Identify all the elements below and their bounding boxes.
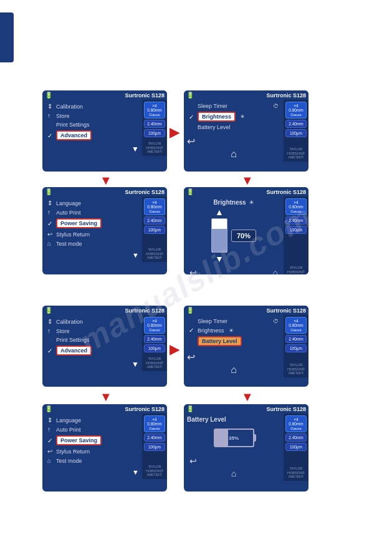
panel-header-tr1: 🔋 Surtronic S128	[184, 90, 308, 100]
icon-check-advanced-bl1: ✓	[47, 347, 54, 354]
label-stylus-return: Stylus Return	[56, 231, 90, 238]
menu-item-auto-print-bl2[interactable]: ↑ Auto Print	[45, 425, 139, 434]
menu-item-calibration[interactable]: ⇕ Calibration	[45, 102, 139, 111]
toolbar-logo-tr1: TAYLORHOBSON®AMETEK®	[287, 147, 305, 160]
menu-item-test-mode-bl2[interactable]: ⌂ Test mode	[45, 456, 139, 465]
icon-clock-br1: ⏱	[273, 318, 279, 324]
icon-home-br: ⌂	[273, 268, 278, 274]
panel-header-battery-icon-tl2: 🔋	[45, 188, 52, 195]
arrow-down-left-bottom: ▼	[100, 390, 112, 404]
menu-item-store-bl1[interactable]: ↑ Store	[45, 326, 139, 336]
brightness-down-btn[interactable]: ▼	[215, 254, 224, 264]
battery-level-title: Battery Level	[187, 416, 226, 423]
toolbar-item-gauss-bl1: ×4 0.80mmGauss	[144, 317, 165, 334]
icon-check-ps-bl2: ✓	[47, 437, 54, 444]
icon-home-battery: ⌂	[231, 468, 236, 478]
label-advanced-highlighted-bl1: Advanced	[56, 346, 92, 356]
label-sleep-timer-br1: Sleep Timer	[198, 318, 227, 324]
menu-item-calibration-bl1[interactable]: ⇕ Calibration	[45, 317, 139, 326]
label-test-mode: Test mode	[56, 241, 82, 247]
icon-check-brightness-br1: ✓	[189, 327, 195, 334]
label-power-saving-highlighted-bl2: Power Saving	[56, 435, 102, 445]
arrow-right-bottom-1: ▶	[170, 342, 179, 357]
label-battery-level-highlighted: Battery Level	[198, 336, 242, 346]
menu-item-stylus-return[interactable]: ↩ Stylus Return	[45, 230, 139, 239]
icon-sun: ☀	[240, 114, 245, 120]
toolbar-logo-tl2: TAYLORHOBSON®AMETEK®	[146, 248, 163, 260]
menu-item-print-settings[interactable]: Print Settings	[45, 120, 139, 129]
icon-arrow-up-bl1: ↑	[47, 327, 54, 334]
panel-title-br1: Surtronic S128	[266, 308, 306, 314]
panel-header-tl1: 🔋 Surtronic S128	[42, 90, 167, 100]
icon-back-br: ↩	[189, 268, 197, 274]
icon-sun-br1: ☀	[229, 327, 234, 334]
menu-item-test-mode[interactable]: ⌂ Test mode	[45, 239, 139, 248]
label-brightness-br1: Brightness	[198, 327, 224, 334]
toolbar-logo-tl1: TAYLORHOBSON®AMETEK®	[146, 142, 163, 154]
menu-item-store[interactable]: ↑ Store	[45, 111, 139, 120]
icon-home-tm: ⌂	[47, 240, 54, 247]
toolbar-item-100um-tl2: 100μm	[144, 226, 165, 234]
label-auto-print: Auto Print	[56, 210, 81, 216]
menu-item-battery-level-tr1[interactable]: Battery Level	[187, 123, 280, 132]
panel-header-tl2: 🔋 Surtronic S128	[42, 187, 167, 196]
icon-check-brightness: ✓	[189, 114, 195, 120]
toolbar-logo-bl1: TAYLORHOBSON®AMETEK®	[146, 357, 163, 369]
toolbar-item-100um-br1-s: 100μm	[285, 344, 307, 352]
toolbar-logo-bl2: TAYLORHOBSON®AMETEK®	[146, 465, 163, 477]
panel-top-left-1: 🔋 Surtronic S128 ⇕ Calibration ↑ Store P…	[42, 90, 167, 172]
icon-arrow-up: ↑	[47, 112, 54, 119]
panel-title-bl2: Surtronic S128	[125, 406, 165, 412]
brightness-header-row: Brightness ☀	[213, 199, 254, 206]
label-battery-level-tr1: Battery Level	[198, 124, 231, 130]
menu-item-power-saving-bl2[interactable]: ✓ Power Saving	[45, 434, 139, 447]
panel-title-battery-panel: Surtronic S128	[266, 406, 306, 412]
toolbar-item-100um: 100μm	[144, 129, 165, 137]
icon-back-arrow-tr1: ↩	[187, 136, 195, 147]
panel-header-battery-icon: 🔋	[45, 92, 52, 99]
icon-arrow-updown-lang: ⇕	[47, 200, 54, 206]
panel-bottom-left-2: 🔋 Surtronic S128 ⇕ Language ↑ Auto Print…	[42, 404, 167, 492]
menu-item-brightness-tr1[interactable]: ✓ Brightness ☀	[187, 110, 280, 123]
label-stylus-return-bl2: Stylus Return	[56, 448, 90, 455]
icon-check-ps: ✓	[47, 220, 54, 227]
toolbar-item-gauss-tl2: ×4 0.80mmGauss	[144, 198, 165, 215]
brightness-fill	[212, 229, 227, 252]
label-auto-print-bl2: Auto Print	[56, 427, 81, 433]
menu-item-language[interactable]: ⇕ Language	[45, 198, 139, 208]
icon-scroll-down-bl2: ▼	[132, 468, 139, 476]
menu-item-sleep-timer[interactable]: Sleep Timer ⏱	[187, 102, 280, 110]
panel-title-brightness: Surtronic S128	[266, 189, 306, 195]
menu-item-advanced[interactable]: ✓ Advanced	[45, 129, 139, 142]
menu-item-brightness-br1[interactable]: ✓ Brightness ☀	[187, 326, 280, 335]
toolbar-item-gauss-bl2: ×4 0.80mmGauss	[144, 415, 165, 432]
label-test-mode-bl2: Test mode	[56, 458, 82, 464]
panel-header-battery-panel: 🔋 Surtronic S128	[184, 404, 308, 414]
panel-header-battery-icon-tr1: 🔋	[186, 92, 194, 99]
panel-title-tl1: Surtronic S128	[125, 92, 165, 99]
label-calibration: Calibration	[56, 104, 83, 110]
menu-item-sleep-timer-br1[interactable]: Sleep Timer ⏱	[187, 317, 280, 326]
icon-back-battery: ↩	[189, 456, 197, 466]
panel-header-battery-icon-bl1: 🔋	[45, 307, 52, 314]
battery-tip	[254, 434, 256, 442]
panel-header-bl1: 🔋 Surtronic S128	[42, 306, 167, 315]
brightness-value-display: 70%	[231, 230, 256, 242]
label-language: Language	[56, 200, 81, 206]
icon-clock: ⏱	[273, 103, 279, 109]
brightness-up-btn[interactable]: ▲	[215, 207, 224, 217]
menu-item-advanced-bl1[interactable]: ✓ Advanced	[45, 344, 139, 357]
panel-bottom-right-1: 🔋 Surtronic S128 Sleep Timer ⏱ ✓ Brightn…	[184, 306, 308, 387]
menu-item-power-saving[interactable]: ✓ Power Saving	[45, 217, 139, 230]
panel-header-battery-icon-br1: 🔋	[186, 307, 194, 314]
toolbar-logo-batt: TAYLORHOBSON®AMETEK®	[287, 467, 305, 479]
menu-item-auto-print[interactable]: ↑ Auto Print	[45, 208, 139, 217]
menu-item-stylus-return-bl2[interactable]: ↩ Stylus Return	[45, 447, 139, 456]
menu-item-language-bl2[interactable]: ⇕ Language	[45, 415, 139, 425]
menu-item-print-settings-bl1[interactable]: Print Settings	[45, 336, 139, 344]
panel-header-battery-icon-br: 🔋	[186, 188, 194, 195]
toolbar-item-2mm-bl2: 2.40mm	[144, 433, 165, 442]
icon-check-advanced: ✓	[47, 132, 54, 139]
label-language-bl2: Language	[56, 417, 81, 424]
menu-item-battery-level-br1[interactable]: Battery Level	[187, 335, 280, 347]
